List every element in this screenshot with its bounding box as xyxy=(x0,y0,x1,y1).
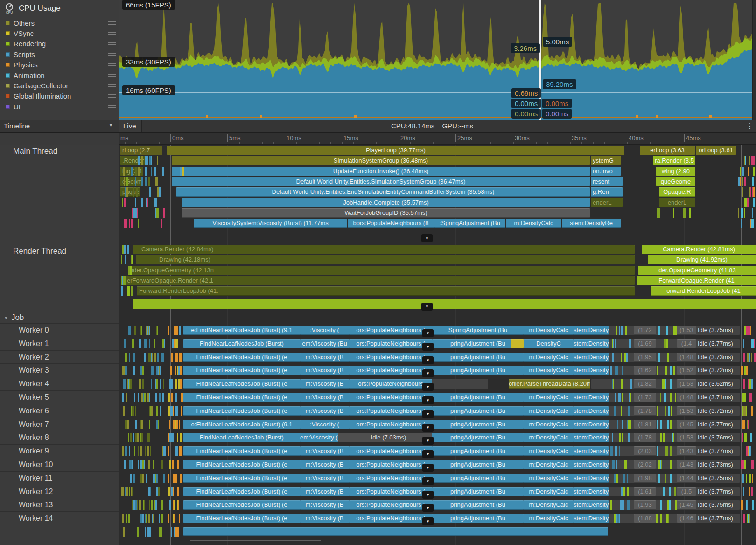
cpu-usage-chart[interactable]: 66ms (15FPS)33ms (30FPS)16ms (60FPS)3.26… xyxy=(119,0,752,120)
legend-item[interactable]: GarbageCollector xyxy=(6,80,116,91)
drag-handle-icon[interactable] xyxy=(108,53,116,54)
timeline-bar[interactable]: ystemG xyxy=(591,156,621,165)
timeline-bar[interactable]: (1.53 xyxy=(677,379,696,389)
timeline-bar[interactable]: (1.52 xyxy=(677,366,696,375)
timeline-bar[interactable]: (1.98 xyxy=(634,474,656,483)
worker-row-label[interactable]: Worker 6 xyxy=(19,404,49,418)
timeline-bar[interactable]: ors:PopulateNeighbours ( xyxy=(349,446,432,456)
legend-item[interactable]: Scripts xyxy=(6,49,116,59)
live-button[interactable]: Live xyxy=(119,120,142,132)
view-mode-dropdown[interactable]: Timeline ▼ xyxy=(0,120,119,132)
timeline-bar[interactable]: (1.62 xyxy=(634,366,656,375)
timeline-bar[interactable]: pringAdjustment (Bu xyxy=(432,339,524,348)
timeline-bar[interactable]: pringAdjustment (Bu xyxy=(432,460,524,469)
timeline-bar[interactable]: m:DensityCalc xyxy=(524,474,574,483)
timeline-bar[interactable]: stem:DensityRe xyxy=(574,500,609,510)
timeline-bar[interactable]: m:DensityCalc xyxy=(524,393,574,402)
timeline-bar[interactable]: wing (2.90 xyxy=(656,167,695,176)
timeline-bar[interactable]: (1.78 xyxy=(634,433,656,442)
timeline-bar[interactable]: m:DensityCalc xyxy=(524,487,574,496)
timeline-bar[interactable]: (1.95 xyxy=(634,353,656,362)
timeline-bar[interactable]: :Viscosity ( xyxy=(300,326,349,335)
timeline-bar[interactable]: m:Viscosity (B xyxy=(300,406,349,416)
worker-row-label[interactable]: Worker 14 xyxy=(19,512,53,525)
timeline-bar[interactable]: Camera.Render (42.81ms) xyxy=(642,245,756,254)
timeline-bar[interactable]: FindNearLeafNodesJob (Burst) (e xyxy=(183,353,300,362)
timeline-bar[interactable]: FindNearLeafNodesJob (Burst) (e xyxy=(183,460,300,469)
timeline-bar[interactable]: stem:DensityRe xyxy=(574,420,609,429)
timeline-bar[interactable]: pringAdjustment (Bu xyxy=(432,366,524,375)
timeline-bar[interactable]: :SpringAdjustment (Bu xyxy=(434,219,505,228)
timeline-bar[interactable] xyxy=(183,527,608,536)
timeline-bar[interactable]: (1.93 xyxy=(634,500,656,510)
worker-row-label[interactable]: Worker 13 xyxy=(19,498,53,511)
timeline-bar[interactable]: queGeome xyxy=(656,177,695,186)
timeline-bar[interactable]: pringAdjustment (Bu xyxy=(432,433,524,442)
timeline-bar[interactable]: resent xyxy=(591,177,623,186)
timeline-bar[interactable]: m:DensityCalc xyxy=(506,219,561,228)
legend-item[interactable]: UI xyxy=(6,101,116,112)
kebab-menu-icon[interactable]: ⋮ xyxy=(746,121,754,131)
worker-row-label[interactable]: Worker 11 xyxy=(19,472,52,485)
timeline-bar[interactable]: m:DensityCalc xyxy=(524,446,574,456)
flow-event-marker[interactable]: ▼ xyxy=(422,450,434,458)
timeline-bar[interactable]: ForwardOpaque.Render (41 xyxy=(637,276,756,285)
timeline-bar[interactable]: Opaque.R xyxy=(659,187,695,197)
drag-handle-icon[interactable] xyxy=(108,32,116,33)
timeline-bar[interactable]: stem:DensityRe xyxy=(574,366,609,375)
legend-item[interactable]: Animation xyxy=(6,70,116,80)
flow-event-marker[interactable]: ▼ xyxy=(422,437,434,445)
timeline-bar[interactable]: m:Viscosity (B xyxy=(300,474,349,483)
timeline-bar[interactable]: (2.03 xyxy=(634,446,656,456)
worker-row-label[interactable]: Worker 12 xyxy=(19,485,53,498)
timeline-bar[interactable]: JobHandle.Complete (35.57ms) xyxy=(182,198,590,207)
timeline-bar[interactable]: FindNearLeafNodesJob (Burst) (e xyxy=(183,446,300,456)
timeline-bar[interactable]: (1.88 xyxy=(634,514,656,523)
timeline-bar[interactable]: stem:DensityRe xyxy=(574,487,609,496)
timeline-bar[interactable]: erLoop (3.63 xyxy=(640,146,695,155)
timeline-bar[interactable]: em:Viscosity (Bu xyxy=(300,433,338,442)
timeline-bar[interactable]: ors:PopulateNeighbours ( xyxy=(349,406,432,416)
timeline-bar[interactable]: Camera.Render (42.84ms) xyxy=(133,245,635,254)
timeline-bar[interactable]: (1.45 xyxy=(677,500,696,510)
timeline-bar[interactable]: WaitForJobGroupID (35.57ms) xyxy=(182,208,590,218)
flow-event-marker[interactable]: ▼ xyxy=(422,356,434,364)
timeline-bar[interactable]: FindNearLeafNodesJob (Burst) (e xyxy=(183,393,300,402)
flow-event-marker[interactable]: ▼ xyxy=(422,424,434,432)
timeline-bar[interactable]: (1.43 xyxy=(677,460,696,469)
timeline-bar[interactable]: Drawing (42.18ms) xyxy=(136,255,635,264)
timeline-bar[interactable]: m:Viscosity (B xyxy=(300,379,349,389)
flow-event-marker[interactable]: ▼ xyxy=(421,303,433,311)
timeline-bar[interactable]: m:DensityCalc xyxy=(524,366,574,375)
timeline-bar[interactable]: (1.5 xyxy=(677,487,696,496)
legend-item[interactable]: Global Illumination xyxy=(6,91,116,101)
timeline-bar[interactable]: FindNearLeafNodesJob (Burst) (e xyxy=(183,500,300,510)
timeline-bar[interactable]: e:FindNearLeafNodesJob (Burst) (9.1 xyxy=(183,326,300,335)
timeline-bar[interactable]: on.Invo xyxy=(591,167,621,176)
timeline-bar[interactable]: (1.46 xyxy=(677,514,696,523)
timeline-bar[interactable] xyxy=(511,339,524,348)
timeline-bar[interactable] xyxy=(432,379,488,389)
flow-event-marker[interactable]: ▼ xyxy=(422,477,434,485)
horizontal-scrollbar[interactable] xyxy=(190,540,321,541)
timeline-bar[interactable]: pringAdjustment (Bu xyxy=(432,406,524,416)
drag-handle-icon[interactable] xyxy=(108,94,116,95)
flow-event-marker[interactable]: ▼ xyxy=(422,369,434,377)
timeline-bar[interactable]: eGeom xyxy=(120,177,141,186)
timeline-bar[interactable]: ors:PopulateNeighbours ( xyxy=(349,460,432,469)
timeline-bar[interactable]: (1.53 xyxy=(677,326,696,335)
timeline-bar[interactable]: ors:PopulateNeighbours ( xyxy=(349,366,432,375)
timeline-bar[interactable]: (2.02 xyxy=(634,460,656,469)
timeline-bar[interactable]: der.OpaqueGeometry (41.83 xyxy=(638,266,756,275)
timeline-bar[interactable]: stem:DensityRe xyxy=(574,514,609,523)
timeline-bar[interactable]: e:FindNearLeafNodesJob (Burst) (9.1 xyxy=(183,420,300,429)
timeline-bar[interactable]: m:DensityCalc xyxy=(524,326,574,335)
worker-row-label[interactable]: Worker 9 xyxy=(19,445,49,458)
timeline-bar[interactable]: orward.RenderLoopJob (41 xyxy=(651,286,756,296)
timeline-bar[interactable]: ra.Render (3.5 xyxy=(653,156,695,165)
timeline-bar[interactable]: ors:PopulateNeighbours xyxy=(349,379,432,389)
flow-event-marker[interactable]: ▼ xyxy=(422,517,434,525)
timeline-bar[interactable]: stem:DensityRe xyxy=(574,339,609,348)
timeline-bar[interactable]: stem:DensityRe xyxy=(574,353,609,362)
flow-event-marker[interactable]: ▼ xyxy=(422,464,434,472)
